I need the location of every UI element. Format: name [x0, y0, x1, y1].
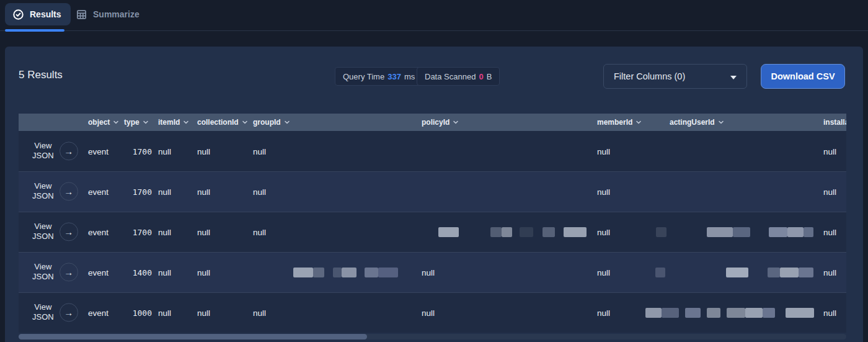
- column-header-type[interactable]: type: [124, 118, 149, 127]
- data-scanned-unit: B: [487, 72, 492, 81]
- cell-collectionId: null: [197, 146, 210, 156]
- table-row: ViewJSON→event1000nullnullnullnullnullnu…: [19, 292, 846, 333]
- cell-itemId: null: [158, 268, 171, 277]
- cell-memberId: null: [597, 146, 610, 156]
- redacted-cell: [769, 227, 787, 237]
- column-header-installat[interactable]: installat: [823, 118, 846, 127]
- filter-columns-dropdown[interactable]: Filter Columns (0): [603, 64, 747, 89]
- column-header-groupId[interactable]: groupId: [253, 118, 290, 127]
- cell-itemId: null: [158, 146, 171, 156]
- sort-chevron-icon: [284, 120, 290, 125]
- view-json-button[interactable]: →: [60, 304, 78, 322]
- sort-chevron-icon: [113, 120, 119, 125]
- cell-itemId: null: [158, 308, 171, 317]
- table-row: ViewJSON→event1700nullnullnullnullnull: [19, 131, 846, 171]
- redacted-cell: [707, 308, 720, 318]
- active-tab-indicator: [5, 29, 64, 32]
- view-json-button[interactable]: →: [60, 223, 78, 241]
- view-json-label: ViewJSON: [32, 302, 54, 323]
- view-json-button[interactable]: →: [60, 182, 78, 201]
- cell-groupId: null: [253, 146, 266, 156]
- redacted-cell: [333, 268, 342, 277]
- column-header-policyId[interactable]: policyId: [422, 118, 459, 127]
- query-time-unit: ms: [404, 72, 415, 81]
- cell-installat: null: [823, 308, 836, 317]
- redacted-cell: [707, 227, 733, 237]
- column-header-label: object: [88, 118, 110, 127]
- cell-memberId: null: [597, 187, 610, 196]
- view-json-label: ViewJSON: [32, 141, 54, 161]
- chevron-down-icon: [730, 71, 737, 81]
- results-table: objecttypeitemIdcollectionIdgroupIdpolic…: [19, 114, 846, 333]
- redacted-cell: [662, 308, 679, 318]
- query-time-badge: Query Time 337 ms: [335, 67, 423, 86]
- column-header-label: actingUserId: [670, 118, 715, 127]
- horizontal-scrollbar-thumb[interactable]: [19, 334, 367, 340]
- cell-object: event: [88, 268, 108, 277]
- column-header-label: installat: [823, 118, 846, 127]
- arrow-right-icon: →: [64, 307, 73, 318]
- cell-collectionId: null: [197, 227, 210, 236]
- table-row: ViewJSON→event1700nullnullnullnullnull: [19, 212, 846, 252]
- cell-installat: null: [823, 146, 836, 156]
- redacted-cell: [656, 227, 666, 237]
- redacted-cell: [745, 308, 763, 318]
- redacted-cell: [768, 268, 780, 277]
- sort-chevron-icon: [183, 120, 189, 125]
- table-row: ViewJSON→event1700nullnullnullnullnull: [19, 171, 846, 212]
- results-count: 5 Results: [19, 69, 63, 81]
- cell-itemId: null: [158, 187, 171, 196]
- data-scanned-value: 0: [479, 72, 483, 81]
- view-json-button[interactable]: →: [60, 142, 78, 161]
- cell-collectionId: null: [197, 187, 210, 196]
- sort-chevron-icon: [242, 120, 248, 125]
- redacted-cell: [804, 227, 813, 237]
- column-header-label: type: [124, 118, 140, 127]
- view-json-cell: ViewJSON→: [32, 262, 78, 282]
- view-json-button[interactable]: →: [60, 263, 78, 282]
- arrow-right-icon: →: [64, 186, 73, 197]
- cell-installat: null: [823, 268, 836, 277]
- redacted-cell: [313, 268, 324, 277]
- horizontal-scrollbar-track[interactable]: [19, 334, 846, 340]
- view-json-label: ViewJSON: [32, 181, 54, 202]
- view-json-cell: ViewJSON→: [32, 302, 78, 323]
- check-circle-icon: [12, 9, 24, 20]
- table-icon: [76, 9, 87, 20]
- top-tab-bar: Results Summarize: [0, 0, 868, 32]
- column-header-object[interactable]: object: [88, 118, 119, 127]
- cell-itemId: null: [158, 227, 171, 236]
- download-csv-label: Download CSV: [771, 71, 835, 81]
- sort-chevron-icon: [453, 120, 459, 125]
- column-header-memberId[interactable]: memberId: [597, 118, 642, 127]
- arrow-right-icon: →: [64, 227, 73, 237]
- column-header-actingUserId[interactable]: actingUserId: [670, 118, 724, 127]
- tab-summarize[interactable]: Summarize: [76, 3, 140, 25]
- tab-results-label: Results: [30, 9, 61, 19]
- column-header-label: groupId: [253, 118, 281, 127]
- download-csv-button[interactable]: Download CSV: [761, 64, 845, 89]
- query-time-value: 337: [388, 72, 401, 81]
- cell-groupId: null: [253, 227, 266, 236]
- filter-columns-label: Filter Columns (0): [614, 71, 685, 81]
- table-header-row: objecttypeitemIdcollectionIdgroupIdpolic…: [19, 114, 846, 131]
- tab-results[interactable]: Results: [5, 3, 71, 25]
- redacted-cell: [564, 227, 587, 237]
- tab-bar-divider: [0, 30, 868, 31]
- redacted-cell: [293, 268, 313, 277]
- cell-type: 1700: [118, 227, 152, 236]
- cell-installat: null: [823, 187, 836, 196]
- redacted-cell: [365, 268, 378, 277]
- column-header-collectionId[interactable]: collectionId: [197, 118, 248, 127]
- view-json-label: ViewJSON: [32, 222, 54, 242]
- redacted-cell: [763, 308, 775, 318]
- sort-chevron-icon: [636, 120, 642, 125]
- cell-object: event: [88, 227, 108, 236]
- column-header-label: collectionId: [197, 118, 239, 127]
- redacted-cell: [655, 268, 665, 277]
- column-header-label: itemId: [158, 118, 180, 127]
- cell-groupId: null: [253, 308, 266, 317]
- results-panel: 5 Results Query Time 337 ms Data Scanned…: [5, 47, 863, 342]
- data-scanned-badge: Data Scanned 0 B: [417, 67, 500, 86]
- column-header-itemId[interactable]: itemId: [158, 118, 189, 127]
